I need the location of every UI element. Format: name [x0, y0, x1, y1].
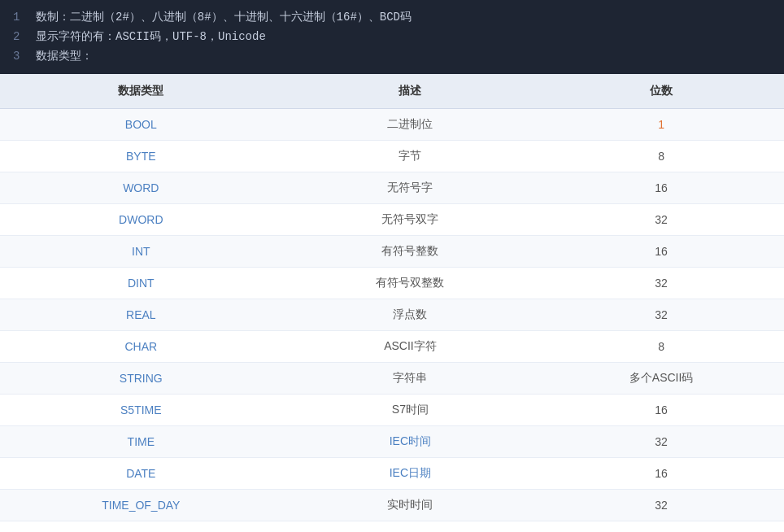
type-cell: BYTE [0, 141, 282, 172]
table-container: 数据类型描述位数 BOOL二进制位1BYTE字节8WORD无符号字16DWORD… [0, 74, 784, 521]
type-cell: TIME [0, 426, 282, 458]
desc-cell: 实时时间 [282, 490, 539, 521]
desc-cell: 二进制位 [282, 109, 539, 141]
type-cell: STRING [0, 363, 282, 395]
table-header-cell: 描述 [282, 74, 539, 109]
desc-cell: S7时间 [282, 395, 539, 426]
table-header-cell: 位数 [538, 74, 784, 109]
data-table: 数据类型描述位数 BOOL二进制位1BYTE字节8WORD无符号字16DWORD… [0, 74, 784, 521]
table-header-cell: 数据类型 [0, 74, 282, 109]
line-number: 3 [13, 47, 26, 67]
bits-cell: 32 [538, 299, 784, 331]
type-cell: S5TIME [0, 395, 282, 426]
table-row: STRING字符串多个ASCII码 [0, 363, 784, 395]
desc-cell: IEC日期 [282, 458, 539, 490]
bits-cell: 32 [538, 204, 784, 236]
code-line: 3数据类型： [13, 47, 771, 67]
desc-cell: 浮点数 [282, 299, 539, 331]
desc-cell: 有符号整数 [282, 236, 539, 268]
desc-cell: 字节 [282, 141, 539, 172]
table-row: TIME_OF_DAY实时时间32 [0, 490, 784, 521]
bits-cell: 16 [538, 458, 784, 490]
bits-cell: 16 [538, 236, 784, 268]
line-text: 数据类型： [36, 47, 93, 67]
table-header-row: 数据类型描述位数 [0, 74, 784, 109]
desc-cell: ASCII字符 [282, 331, 539, 363]
code-line: 1数制：二进制（2#）、八进制（8#）、十进制、十六进制（16#）、BCD码 [13, 8, 771, 28]
desc-cell: 字符串 [282, 363, 539, 395]
desc-cell: IEC时间 [282, 426, 539, 458]
type-cell: TIME_OF_DAY [0, 490, 282, 521]
line-text: 显示字符的有：ASCII码，UTF-8，Unicode [36, 28, 266, 47]
line-number: 1 [13, 8, 26, 28]
bits-cell: 32 [538, 490, 784, 521]
table-row: S5TIMES7时间16 [0, 395, 784, 426]
type-cell: CHAR [0, 331, 282, 363]
type-cell: REAL [0, 299, 282, 331]
bits-cell: 32 [538, 268, 784, 299]
table-row: TIMEIEC时间32 [0, 426, 784, 458]
line-number: 2 [13, 28, 26, 47]
type-cell: DATE [0, 458, 282, 490]
bits-cell: 多个ASCII码 [538, 363, 784, 395]
table-row: DATEIEC日期16 [0, 458, 784, 490]
table-row: WORD无符号字16 [0, 172, 784, 204]
desc-cell: 无符号双字 [282, 204, 539, 236]
bits-cell: 8 [538, 141, 784, 172]
bits-cell: 1 [538, 109, 784, 141]
table-row: INT有符号整数16 [0, 236, 784, 268]
type-cell: DWORD [0, 204, 282, 236]
type-cell: WORD [0, 172, 282, 204]
desc-cell: 有符号双整数 [282, 268, 539, 299]
table-row: BOOL二进制位1 [0, 109, 784, 141]
table-row: CHARASCII字符8 [0, 331, 784, 363]
desc-cell: 无符号字 [282, 172, 539, 204]
type-cell: BOOL [0, 109, 282, 141]
table-row: DWORD无符号双字32 [0, 204, 784, 236]
type-cell: DINT [0, 268, 282, 299]
bits-cell: 32 [538, 426, 784, 458]
code-line: 2显示字符的有：ASCII码，UTF-8，Unicode [13, 28, 771, 47]
table-row: DINT有符号双整数32 [0, 268, 784, 299]
table-row: BYTE字节8 [0, 141, 784, 172]
bits-cell: 8 [538, 331, 784, 363]
table-body: BOOL二进制位1BYTE字节8WORD无符号字16DWORD无符号双字32IN… [0, 109, 784, 521]
line-text: 数制：二进制（2#）、八进制（8#）、十进制、十六进制（16#）、BCD码 [36, 8, 412, 28]
code-block: 1数制：二进制（2#）、八进制（8#）、十进制、十六进制（16#）、BCD码2显… [0, 0, 784, 74]
bits-cell: 16 [538, 172, 784, 204]
table-row: REAL浮点数32 [0, 299, 784, 331]
bits-cell: 16 [538, 395, 784, 426]
type-cell: INT [0, 236, 282, 268]
